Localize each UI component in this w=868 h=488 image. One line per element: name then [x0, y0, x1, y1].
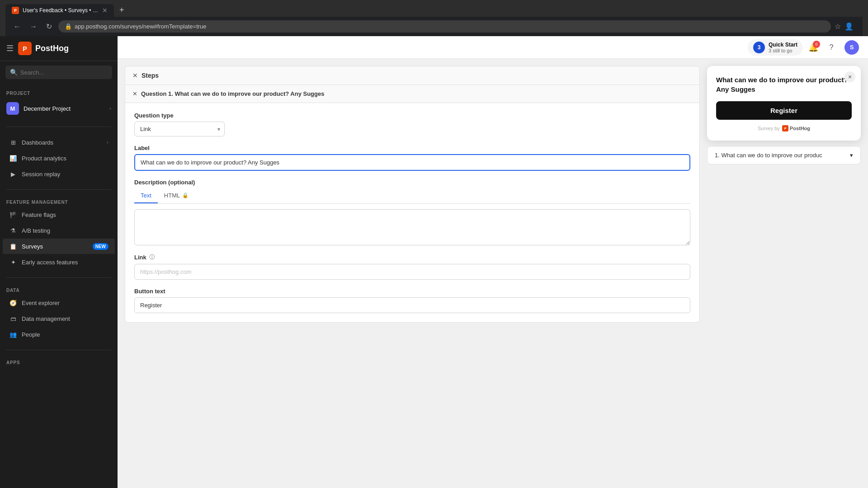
- compass-icon: 🧭: [9, 299, 17, 307]
- sidebar-item-event-explorer[interactable]: 🧭 Event explorer: [3, 295, 115, 310]
- help-icon: ?: [830, 43, 834, 52]
- button-text-input[interactable]: [134, 297, 690, 313]
- desc-tab-html-label: HTML: [164, 192, 180, 199]
- label-group: Label: [134, 145, 690, 171]
- collapse-icon[interactable]: ✕: [132, 72, 138, 79]
- preview-card: × What can we do to improve our product?…: [707, 66, 861, 141]
- feature-section: FEATURE MANAGEMENT 🏴 Feature flags ⚗ A/B…: [0, 192, 118, 275]
- quick-start-count: 3: [753, 42, 765, 53]
- data-section: DATA 🧭 Event explorer 🗃 Data management …: [0, 281, 118, 347]
- sidebar-ab-testing-label: A/B testing: [22, 227, 108, 234]
- apps-section-label: APPS: [0, 357, 118, 367]
- sidebar-item-label: Dashboards: [22, 139, 102, 146]
- link-group: Link ⓘ: [134, 253, 690, 280]
- question-type-select-wrapper: Link Open text Rating Multiple choice Si…: [134, 122, 225, 136]
- lock-icon: 🔒: [65, 23, 72, 30]
- desc-tab-html[interactable]: HTML 🔒: [158, 188, 195, 203]
- reload-button[interactable]: ↻: [43, 20, 55, 33]
- posthog-logo-icon: P: [18, 42, 32, 55]
- browser-toolbar: ← → ↻ 🔒 ☆ 👤: [5, 17, 863, 36]
- preview-close-button[interactable]: ×: [844, 71, 855, 82]
- sidebar-item-people[interactable]: 👥 People: [3, 327, 115, 342]
- posthog-footer-logo: P PostHog: [782, 125, 810, 131]
- sidebar-item-ab-testing[interactable]: ⚗ A/B testing: [3, 223, 115, 238]
- bookmark-icon[interactable]: ☆: [835, 22, 841, 31]
- label-input[interactable]: [134, 154, 690, 171]
- notification-button[interactable]: 🔔 0: [808, 42, 818, 52]
- sidebar-item-early-access[interactable]: ✦ Early access features: [3, 254, 115, 270]
- quick-start-button[interactable]: 3 Quick Start 3 still to go: [748, 39, 803, 56]
- steps-section-header: ✕ Steps: [125, 66, 700, 85]
- description-group: Description (optional) Text HTML 🔒: [134, 179, 690, 245]
- hamburger-icon[interactable]: ☰: [6, 43, 14, 53]
- close-icon: ×: [848, 73, 852, 80]
- url-input[interactable]: [75, 23, 825, 30]
- forward-button[interactable]: →: [27, 21, 40, 33]
- flag-icon: 🏴: [9, 211, 17, 219]
- info-icon[interactable]: ⓘ: [149, 253, 155, 261]
- help-button[interactable]: ?: [824, 40, 839, 55]
- sidebar-item-dashboards[interactable]: ⊞ Dashboards ›: [3, 135, 115, 150]
- sidebar-data-management-label: Data management: [22, 315, 108, 322]
- surveys-new-badge: NEW: [93, 243, 108, 250]
- question-dropdown[interactable]: 1. What can we do to improve our produc …: [707, 146, 861, 164]
- star-icon: ✦: [9, 258, 17, 266]
- posthog-logo: P PostHog: [18, 42, 69, 55]
- sidebar-people-label: People: [22, 331, 108, 338]
- sidebar-event-explorer-label: Event explorer: [22, 300, 108, 306]
- question-type-label: Question type: [134, 112, 690, 119]
- sidebar-search[interactable]: 🔍: [5, 66, 112, 79]
- database-icon: 🗃: [9, 314, 17, 323]
- question-type-select[interactable]: Link Open text Rating Multiple choice Si…: [134, 122, 225, 136]
- form-area: ✕ Steps ✕ Question 1. What can we do to …: [125, 66, 700, 481]
- description-label: Description (optional): [134, 179, 690, 186]
- user-avatar[interactable]: S: [844, 40, 859, 55]
- posthog-footer-icon: P: [782, 125, 788, 131]
- question-header: ✕ Question 1. What can we do to improve …: [125, 85, 699, 103]
- tab-title: User's Feedback • Surveys • Pos...: [23, 7, 99, 14]
- survey-by-text: Survey by: [758, 126, 780, 131]
- sidebar-divider-1: [6, 127, 111, 127]
- sidebar-session-replay-label: Session replay: [22, 171, 108, 178]
- back-button[interactable]: ←: [11, 21, 24, 33]
- preview-register-button[interactable]: Register: [716, 101, 852, 120]
- label-field-label: Label: [134, 145, 690, 151]
- data-section-label: DATA: [0, 285, 118, 295]
- preview-question-text: What can we do to improve our product? A…: [716, 75, 852, 94]
- sidebar-item-data-management[interactable]: 🗃 Data management: [3, 311, 115, 326]
- preview-footer: Survey by P PostHog: [716, 125, 852, 131]
- link-input[interactable]: [134, 264, 690, 280]
- question-collapse-icon[interactable]: ✕: [132, 90, 137, 97]
- search-icon: 🔍: [10, 69, 18, 76]
- button-text-group: Button text: [134, 288, 690, 313]
- sidebar-header: ☰ P PostHog: [0, 36, 118, 61]
- quick-start-text: Quick Start 3 still to go: [769, 42, 797, 53]
- desc-tab-text[interactable]: Text: [134, 188, 158, 203]
- search-input[interactable]: [20, 69, 108, 76]
- desc-tab-text-label: Text: [141, 192, 151, 199]
- new-tab-button[interactable]: +: [116, 4, 128, 17]
- sidebar-item-feature-flags[interactable]: 🏴 Feature flags: [3, 207, 115, 222]
- grid-icon: ⊞: [9, 138, 17, 146]
- svg-text:P: P: [23, 45, 27, 52]
- address-bar[interactable]: 🔒: [58, 20, 831, 33]
- question-type-group: Question type Link Open text Rating Mult…: [134, 112, 690, 136]
- sidebar-item-product-analytics[interactable]: 📊 Product analytics: [3, 150, 115, 166]
- survey-icon: 📋: [9, 242, 17, 250]
- steps-title: Steps: [142, 72, 159, 79]
- sidebar: ☰ P PostHog 🔍 PROJECT M December Project…: [0, 36, 118, 488]
- sidebar-divider-2: [6, 189, 111, 190]
- project-item[interactable]: M December Project ›: [0, 98, 118, 119]
- tab-close-button[interactable]: ✕: [102, 7, 108, 14]
- question-title: Question 1. What can we do to improve ou…: [141, 90, 324, 97]
- profile-icon[interactable]: 👤: [844, 22, 854, 31]
- sidebar-item-surveys[interactable]: 📋 Surveys NEW: [3, 239, 115, 254]
- sidebar-feature-flags-label: Feature flags: [22, 211, 108, 218]
- sidebar-item-session-replay[interactable]: ▶ Session replay: [3, 166, 115, 182]
- active-tab[interactable]: P User's Feedback • Surveys • Pos... ✕: [5, 4, 114, 17]
- notification-count: 0: [813, 41, 820, 48]
- question-card: ✕ Question 1. What can we do to improve …: [125, 85, 700, 323]
- link-label-row: Link ⓘ: [134, 253, 690, 261]
- sidebar-divider-3: [6, 277, 111, 278]
- description-textarea[interactable]: [134, 209, 690, 245]
